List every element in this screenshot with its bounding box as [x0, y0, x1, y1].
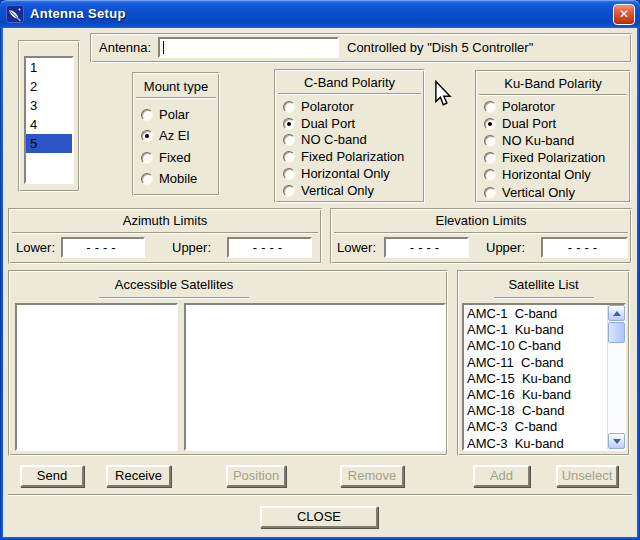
elevation-limits-title: Elevation Limits: [331, 213, 631, 228]
c-band-title: C-Band Polarity: [275, 75, 424, 90]
satellite-item[interactable]: AMC-16 Ku-band: [464, 387, 606, 403]
radio-icon-checked: [283, 118, 295, 130]
scroll-up-button[interactable]: [608, 305, 625, 321]
radio-icon: [141, 109, 153, 121]
satellite-item[interactable]: AMC-10 C-band: [464, 338, 606, 354]
radio-icon-checked: [484, 118, 496, 130]
controlled-by-text: Controlled by "Dish 5 Controller": [347, 37, 533, 58]
list-item[interactable]: 4: [26, 115, 72, 134]
radio-label: Polarotor: [301, 100, 354, 113]
radio-option-fixed[interactable]: Fixed: [141, 150, 191, 165]
title-underline: [334, 232, 628, 234]
azimuth-limits-group: Azimuth Limits Lower: ---- Upper: ----: [8, 208, 322, 264]
antenna-app-icon: [6, 5, 24, 23]
receive-button[interactable]: Receive: [106, 465, 171, 487]
radio-icon: [283, 151, 295, 163]
list-item[interactable]: 1: [26, 58, 72, 77]
radio-icon-checked: [141, 130, 153, 142]
accessible-satellites-title: Accessible Satellites: [99, 277, 249, 292]
radio-option-ku-vertical-only[interactable]: Vertical Only: [484, 185, 575, 200]
add-button: Add: [473, 465, 530, 487]
satellite-list-scrollbar[interactable]: [607, 305, 624, 449]
radio-option-mobile[interactable]: Mobile: [141, 171, 197, 186]
satellite-item[interactable]: AMC-1 Ku-band: [464, 322, 606, 338]
elevation-upper-label: Upper:: [486, 237, 525, 258]
radio-label: Dual Port: [502, 117, 556, 130]
list-item-selected[interactable]: 5: [26, 134, 72, 153]
title-underline: [136, 97, 216, 99]
radio-option-c-horizontal-only[interactable]: Horizontal Only: [283, 166, 390, 181]
satellite-item[interactable]: AMC-18 C-band: [464, 403, 606, 419]
titlebar[interactable]: Antenna Setup ✕: [0, 0, 640, 28]
radio-option-no-ku-band[interactable]: NO Ku-band: [484, 133, 574, 148]
radio-option-c-vertical-only[interactable]: Vertical Only: [283, 183, 374, 198]
elevation-upper-input[interactable]: ----: [541, 237, 628, 258]
c-band-polarity-group: C-Band Polarity Polarotor Dual Port NO C…: [274, 69, 425, 203]
radio-label: Vertical Only: [301, 184, 374, 197]
radio-icon: [484, 187, 496, 199]
radio-option-polar[interactable]: Polar: [141, 107, 189, 122]
radio-label: Dual Port: [301, 117, 355, 130]
radio-icon: [283, 168, 295, 180]
satellite-item[interactable]: AMC-11 C-band: [464, 355, 606, 371]
satellite-item[interactable]: AMC-3 C-band: [464, 419, 606, 435]
position-button: Position: [226, 465, 286, 487]
ku-band-polarity-group: Ku-Band Polarity Polarotor Dual Port NO …: [475, 70, 631, 203]
antenna-label: Antenna:: [99, 37, 151, 58]
title-underline: [99, 297, 249, 299]
scroll-down-button[interactable]: [608, 433, 625, 449]
title-underline: [278, 93, 421, 95]
radio-option-ku-horizontal-only[interactable]: Horizontal Only: [484, 167, 591, 182]
radio-option-ku-fixed-polarization[interactable]: Fixed Polarization: [484, 150, 605, 165]
radio-option-c-polarotor[interactable]: Polarotor: [283, 99, 354, 114]
radio-icon: [283, 134, 295, 146]
radio-label: Mobile: [159, 172, 197, 185]
azimuth-upper-label: Upper:: [172, 237, 211, 258]
antenna-number-listbox[interactable]: 1 2 3 4 5: [24, 56, 74, 184]
azimuth-lower-value: ----: [86, 240, 119, 255]
satellite-item[interactable]: AMC-3 Ku-band: [464, 436, 606, 452]
elevation-limits-group: Elevation Limits Lower: ---- Upper: ----: [330, 208, 632, 264]
radio-label: NO Ku-band: [502, 134, 574, 147]
radio-option-az-el[interactable]: Az El: [141, 128, 189, 143]
azimuth-upper-input[interactable]: ----: [227, 237, 312, 258]
elevation-lower-input[interactable]: ----: [384, 237, 469, 258]
elevation-lower-value: ----: [410, 240, 443, 255]
antenna-name-panel: Antenna: Controlled by "Dish 5 Controlle…: [90, 33, 632, 63]
satellite-item[interactable]: AMC-1 C-band: [464, 306, 606, 322]
azimuth-lower-input[interactable]: ----: [61, 237, 145, 258]
elevation-lower-label: Lower:: [337, 237, 376, 258]
scroll-thumb[interactable]: [608, 322, 625, 343]
text-caret: [163, 41, 164, 54]
antenna-number-panel: 1 2 3 4 5: [18, 40, 80, 192]
accessible-satellites-left-listbox[interactable]: [15, 303, 178, 451]
radio-icon: [484, 169, 496, 181]
satellite-items: AMC-1 C-band AMC-1 Ku-band AMC-10 C-band…: [464, 306, 606, 452]
radio-option-c-dual-port[interactable]: Dual Port: [283, 116, 355, 131]
list-item[interactable]: 3: [26, 96, 72, 115]
radio-label: Fixed Polarization: [301, 150, 404, 163]
ku-band-title: Ku-Band Polarity: [476, 76, 630, 91]
list-item[interactable]: 2: [26, 77, 72, 96]
radio-label: Vertical Only: [502, 186, 575, 199]
antenna-name-input[interactable]: [158, 37, 339, 58]
radio-label: NO C-band: [301, 133, 367, 146]
radio-option-ku-dual-port[interactable]: Dual Port: [484, 116, 556, 131]
close-dialog-button[interactable]: CLOSE: [260, 506, 378, 528]
down-arrow-icon: [613, 439, 621, 444]
radio-label: Polarotor: [502, 100, 555, 113]
send-button[interactable]: Send: [20, 465, 84, 487]
title-underline: [479, 94, 627, 96]
radio-option-c-fixed-polarization[interactable]: Fixed Polarization: [283, 149, 404, 164]
radio-option-no-c-band[interactable]: NO C-band: [283, 132, 367, 147]
window-title: Antenna Setup: [30, 0, 126, 28]
satellite-listbox[interactable]: AMC-1 C-band AMC-1 Ku-band AMC-10 C-band…: [462, 303, 626, 451]
close-window-button[interactable]: ✕: [613, 4, 635, 25]
radio-option-ku-polarotor[interactable]: Polarotor: [484, 99, 555, 114]
accessible-satellites-right-listbox[interactable]: [184, 303, 446, 451]
mount-type-group: Mount type Polar Az El Fixed Mobile: [132, 72, 220, 196]
title-underline: [12, 232, 318, 234]
radio-label: Az El: [159, 129, 189, 142]
radio-label: Horizontal Only: [502, 168, 591, 181]
satellite-item[interactable]: AMC-15 Ku-band: [464, 371, 606, 387]
